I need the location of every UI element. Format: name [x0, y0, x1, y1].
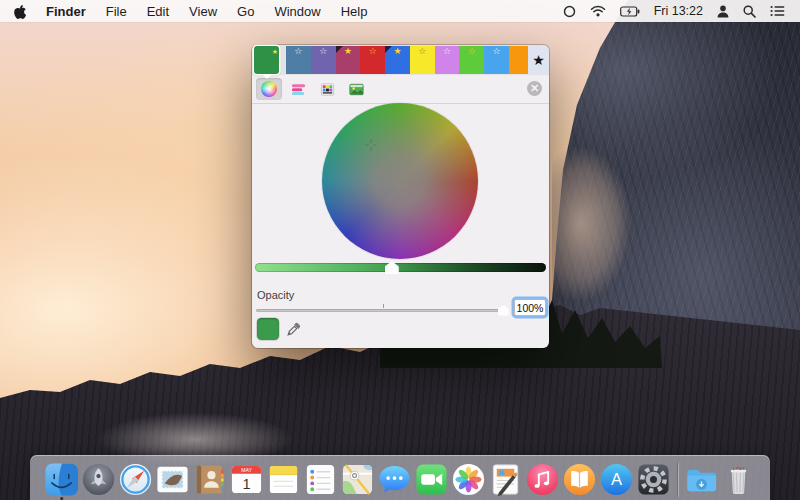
- menu-item-window[interactable]: Window: [264, 0, 330, 22]
- favorite-swatch-blue[interactable]: ★: [385, 46, 410, 74]
- favorite-swatch-green[interactable]: ★: [254, 46, 279, 74]
- favorite-swatch-maroon[interactable]: ★: [336, 46, 361, 74]
- svg-text:1: 1: [242, 476, 250, 492]
- favorite-swatch-steel-blue[interactable]: ☆: [286, 46, 311, 74]
- swatch-star-icon: ★: [272, 46, 278, 57]
- circle-icon[interactable]: [556, 0, 583, 22]
- swatch-star-icon: ★: [532, 53, 545, 67]
- svg-text:A: A: [611, 470, 622, 489]
- swatch-star-icon: ☆: [319, 46, 327, 57]
- opacity-value-field[interactable]: 100%: [514, 299, 546, 316]
- swatch-star-icon: ☆: [443, 46, 451, 57]
- dock-item-appstore[interactable]: A: [598, 459, 635, 500]
- menu-item-finder[interactable]: Finder: [36, 0, 96, 22]
- dock-item-finder[interactable]: [43, 459, 80, 500]
- opacity-label: Opacity: [257, 289, 294, 301]
- menu-item-edit[interactable]: Edit: [137, 0, 179, 22]
- swatch-star-icon: ★: [344, 46, 352, 57]
- current-color-well[interactable]: [257, 318, 279, 340]
- dock-item-mail[interactable]: [154, 459, 191, 500]
- wifi-icon[interactable]: [583, 0, 613, 22]
- battery-charging-icon[interactable]: [613, 0, 647, 22]
- dock-item-reminders[interactable]: [302, 459, 339, 500]
- swatch-star-icon: ☆: [468, 46, 476, 57]
- desktop: FinderFileEditViewGoWindowHelp Fri 13:22…: [0, 0, 800, 500]
- color-wheel[interactable]: [322, 103, 478, 259]
- dock-item-downloads[interactable]: [683, 459, 720, 500]
- opacity-slider[interactable]: [256, 309, 509, 313]
- color-wheel-icon: [261, 81, 277, 97]
- dock-item-system-preferences[interactable]: [635, 459, 672, 500]
- swatch-star-icon: ☆: [294, 46, 302, 57]
- dock-item-calendar[interactable]: MAY1: [228, 459, 265, 500]
- tab-color-palettes[interactable]: [314, 78, 340, 100]
- menu-clock[interactable]: Fri 13:22: [647, 0, 710, 22]
- opacity-slider-thumb[interactable]: [498, 305, 509, 316]
- picker-mode-toolbar: [252, 75, 549, 103]
- swatch-star-icon: ☆: [418, 46, 426, 57]
- opacity-slider-midpoint-tick: [383, 304, 385, 308]
- dock-item-launchpad[interactable]: [80, 459, 117, 500]
- dock-item-contacts[interactable]: [191, 459, 228, 500]
- dock: MAY1A: [30, 455, 770, 500]
- favorite-swatch-bright-green[interactable]: ☆: [459, 46, 484, 74]
- menu-item-view[interactable]: View: [179, 0, 227, 22]
- favorite-swatch-sky-blue[interactable]: ☆: [484, 46, 509, 74]
- swatch-star-icon: ☆: [369, 46, 377, 57]
- user-icon[interactable]: [710, 0, 736, 22]
- dock-item-itunes[interactable]: [524, 459, 561, 500]
- swatch-star-icon: ☆: [493, 46, 501, 57]
- svg-text:MAY: MAY: [241, 467, 252, 473]
- dock-item-ibooks[interactable]: [561, 459, 598, 500]
- menu-item-file[interactable]: File: [96, 0, 137, 22]
- swatch-star-icon: ★: [393, 46, 401, 57]
- dock-item-notes[interactable]: [265, 459, 302, 500]
- favorite-swatch-orange[interactable]: [509, 46, 528, 74]
- favorite-swatch-red[interactable]: ☆: [360, 46, 385, 74]
- close-icon[interactable]: ✕: [527, 81, 542, 96]
- dock-item-photos[interactable]: [450, 459, 487, 500]
- add-favorite-swatch[interactable]: ★: [528, 46, 549, 74]
- favorite-colors-bar: ★☆☆★☆★☆☆☆☆★: [252, 45, 549, 75]
- spotlight-search-icon[interactable]: [736, 0, 763, 22]
- brightness-slider-thumb[interactable]: [385, 261, 399, 274]
- color-picker-window: ★☆☆★☆★☆☆☆☆★ ✕ Opacity 100%: [252, 45, 549, 348]
- eyedropper-icon[interactable]: [286, 321, 302, 341]
- dock-item-trash[interactable]: [720, 459, 757, 500]
- dock-separator: [672, 459, 683, 500]
- menu-bar: FinderFileEditViewGoWindowHelp Fri 13:22: [0, 0, 800, 22]
- menu-item-help[interactable]: Help: [331, 0, 378, 22]
- dock-item-pages[interactable]: [487, 459, 524, 500]
- favorite-swatch-slate-purple[interactable]: ☆: [311, 46, 336, 74]
- menu-item-go[interactable]: Go: [227, 0, 264, 22]
- tab-color-wheel[interactable]: [256, 78, 282, 100]
- dock-item-facetime[interactable]: [413, 459, 450, 500]
- color-wheel-crosshair[interactable]: [365, 137, 377, 149]
- tab-image-palettes[interactable]: [343, 78, 369, 100]
- favorite-swatch-yellow[interactable]: ☆: [410, 46, 435, 74]
- dock-item-messages[interactable]: [376, 459, 413, 500]
- dock-item-safari[interactable]: [117, 459, 154, 500]
- notification-center-icon[interactable]: [763, 0, 792, 22]
- dock-item-maps[interactable]: [339, 459, 376, 500]
- favorite-swatch-orchid[interactable]: ☆: [435, 46, 460, 74]
- apple-menu-icon[interactable]: [0, 4, 36, 19]
- brightness-slider[interactable]: [255, 263, 546, 272]
- tab-color-sliders[interactable]: [285, 78, 311, 100]
